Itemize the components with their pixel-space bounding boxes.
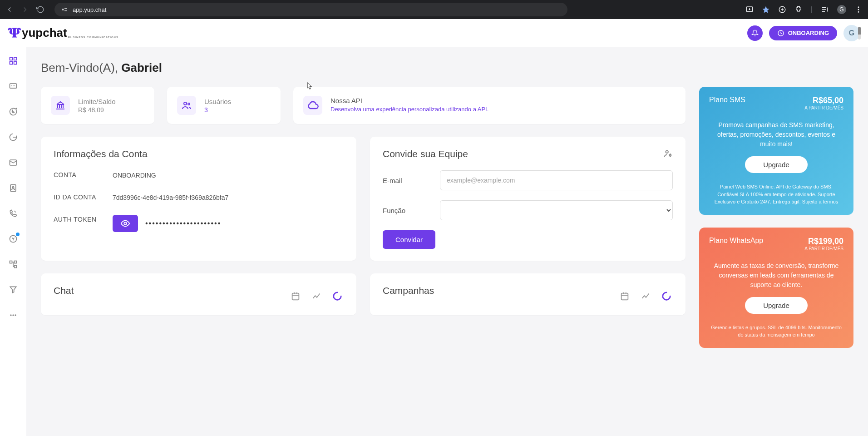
stat-users-value: 3 — [204, 106, 231, 114]
install-app-icon[interactable] — [745, 5, 754, 14]
auth-token-mask: •••••••••••••••••••••• — [145, 219, 221, 228]
svg-rect-7 — [10, 58, 13, 60]
stat-balance-card[interactable]: Limite/Saldo R$ 48,09 — [41, 87, 154, 124]
role-select[interactable] — [440, 200, 673, 220]
browser-reload-icon[interactable] — [36, 5, 44, 14]
invite-title: Convide sua Equipe — [383, 149, 468, 159]
campaigns-calendar-icon[interactable] — [618, 290, 631, 302]
sidebar-dashboard-icon[interactable] — [8, 55, 19, 66]
plan-sms-desc: Promova campanhas de SMS marketing, ofer… — [709, 120, 843, 149]
browser-chrome: app.yup.chat | G — [0, 0, 868, 19]
svg-point-0 — [62, 9, 64, 10]
svg-rect-17 — [15, 266, 17, 268]
role-label: Função — [383, 207, 433, 214]
invite-button[interactable]: Convidar — [383, 230, 435, 249]
account-id-value: 7dd3996c-4e8d-419a-985f-f369a826bfa7 — [113, 194, 344, 201]
svg-point-23 — [188, 103, 190, 105]
site-info-icon[interactable] — [61, 6, 68, 13]
account-id-label: ID DA CONTA — [54, 193, 108, 202]
onboarding-button[interactable]: ONBOARDING — [769, 26, 837, 40]
svg-point-3 — [858, 6, 859, 8]
sidebar-flow-icon[interactable] — [8, 259, 19, 270]
media-control-icon[interactable] — [821, 5, 829, 14]
plan-wa-price: R$199,00 — [804, 237, 843, 246]
stat-balance-value: R$ 48,09 — [78, 106, 116, 114]
user-avatar[interactable]: G — [843, 25, 860, 41]
extensions-icon[interactable] — [794, 5, 803, 14]
sidebar-yup-icon[interactable] — [8, 233, 19, 244]
svg-rect-18 — [15, 261, 17, 263]
browser-profile-avatar[interactable]: G — [837, 5, 846, 14]
campaigns-section-title: Campanhas — [383, 285, 434, 296]
chat-spinner-icon[interactable] — [331, 290, 344, 302]
plan-wa-upgrade-button[interactable]: Upgrade — [745, 297, 808, 314]
browser-url-bar[interactable]: app.yup.chat — [54, 3, 567, 16]
team-settings-icon[interactable] — [663, 149, 673, 159]
bank-icon — [51, 96, 70, 115]
stat-users-label: Usuários — [204, 98, 231, 105]
svg-point-20 — [12, 314, 14, 316]
app-logo[interactable]: 𝚿yupchatBUSINESS COMMUNICATIONS — [8, 25, 118, 41]
plan-sms-price: R$65,00 — [804, 96, 843, 105]
chat-chart-icon[interactable] — [310, 290, 323, 302]
svg-rect-9 — [10, 62, 13, 64]
account-info-title: Informações da Conta — [54, 149, 344, 159]
sidebar — [0, 47, 26, 436]
sidebar-google-icon[interactable] — [8, 132, 19, 143]
browser-url-text: app.yup.chat — [73, 6, 106, 13]
plan-sms-card: Plano SMS R$65,00 A PARTIR DE/MÊS Promov… — [699, 87, 853, 215]
plan-sms-upgrade-button[interactable]: Upgrade — [745, 156, 808, 173]
svg-point-14 — [12, 187, 14, 188]
email-input[interactable] — [440, 170, 673, 190]
auth-token-label: AUTH TOKEN — [54, 215, 108, 224]
stat-users-card[interactable]: Usuários 3 — [167, 87, 281, 124]
sidebar-voice-icon[interactable] — [8, 208, 19, 219]
plan-sms-unit: A PARTIR DE/MÊS — [804, 105, 843, 110]
welcome-heading: Bem-Vindo(A), Gabriel — [41, 61, 853, 75]
svg-point-4 — [858, 9, 859, 10]
sidebar-whatsapp-icon[interactable] — [8, 106, 19, 117]
notifications-button[interactable] — [747, 25, 763, 41]
plan-whatsapp-card: Plano WhatsApp R$199,00 A PARTIR DE/MÊS … — [699, 228, 853, 348]
sidebar-filter-icon[interactable] — [8, 284, 19, 295]
svg-point-22 — [184, 102, 187, 105]
chat-section-title: Chat — [54, 285, 74, 296]
sidebar-contacts-icon[interactable] — [8, 183, 19, 193]
stat-balance-label: Limite/Saldo — [78, 98, 116, 105]
bookmark-star-icon[interactable] — [762, 5, 770, 14]
svg-rect-10 — [14, 62, 17, 64]
svg-point-25 — [666, 151, 668, 154]
svg-point-19 — [10, 314, 11, 316]
campaigns-chart-icon[interactable] — [639, 290, 652, 302]
plan-wa-unit: A PARTIR DE/MÊS — [804, 246, 843, 251]
svg-rect-16 — [10, 261, 12, 263]
app-header: 𝚿yupchatBUSINESS COMMUNICATIONS ONBOARDI… — [0, 19, 868, 47]
plan-wa-desc: Aumente as taxas de conversão, transform… — [709, 261, 843, 290]
sidebar-more-icon[interactable] — [8, 310, 19, 321]
account-info-card: Informações da Conta CONTA ONBOARDING ID… — [41, 137, 356, 261]
plan-wa-name: Plano WhatsApp — [709, 237, 763, 245]
campaigns-spinner-icon[interactable] — [660, 290, 673, 302]
browser-back-icon[interactable] — [5, 5, 14, 14]
account-value: ONBOARDING — [113, 172, 344, 179]
svg-rect-8 — [14, 58, 17, 60]
svg-point-24 — [124, 222, 127, 225]
users-icon — [177, 96, 196, 115]
sidebar-email-icon[interactable] — [8, 157, 19, 168]
chat-calendar-icon[interactable] — [289, 290, 302, 302]
svg-point-5 — [858, 11, 859, 13]
cloud-icon — [303, 96, 322, 115]
plan-sms-foot: Painel Web SMS Online. API de Gateway do… — [709, 183, 843, 206]
browser-forward-icon[interactable] — [21, 5, 29, 14]
sidebar-sms-icon[interactable] — [8, 81, 19, 92]
account-label: CONTA — [54, 170, 108, 180]
plan-wa-foot: Gerencie listas e grupos. SSL de 4096 bi… — [709, 324, 843, 339]
browser-menu-icon[interactable] — [854, 5, 863, 14]
campaigns-section-card: Campanhas — [370, 273, 686, 315]
email-label: E-mail — [383, 177, 433, 184]
stat-api-desc: Desenvolva uma experiência personalizada… — [330, 105, 488, 114]
reveal-token-button[interactable] — [113, 215, 138, 232]
stat-api-card[interactable]: Nossa API Desenvolva uma experiência per… — [293, 87, 686, 124]
stat-api-label: Nossa API — [330, 97, 488, 104]
new-tab-plus-icon[interactable] — [778, 5, 786, 14]
